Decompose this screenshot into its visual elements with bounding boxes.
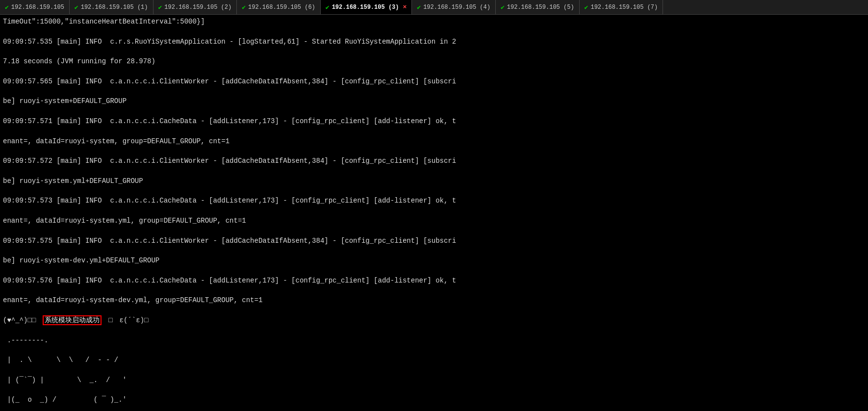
tab-tab3[interactable]: ✔192.168.159.105 (3)× — [321, 0, 412, 15]
check-icon: ✔ — [5, 3, 9, 11]
ascii-art-line: |(_ ο _) / ( ¯ )_.' — [3, 395, 865, 405]
log-line: 09:09:57.575 [main] INFO c.a.n.c.c.i.Cli… — [3, 236, 865, 246]
log-line: be] ruoyi-system.yml+DEFAULT_GROUP — [3, 176, 865, 186]
check-icon: ✔ — [501, 3, 505, 11]
check-icon: ✔ — [158, 3, 162, 11]
log-line: enant=, dataId=ruoyi-system, group=DEFAU… — [3, 136, 865, 146]
tab-label: 192.168.159.105 (7) — [590, 4, 658, 11]
tab-label: 192.168.159.105 (3) — [332, 4, 399, 11]
log-line: 09:09:57.576 [main] INFO c.a.n.c.c.i.Cac… — [3, 276, 865, 285]
tab-tab6[interactable]: ✔192.168.159.105 (6) — [237, 0, 321, 15]
tab-tab4[interactable]: ✔192.168.159.105 (4) — [412, 0, 496, 15]
special-line: (♥^_^)□□ 系统模块启动成功 □ ε(´`ε)□ — [3, 315, 865, 325]
log-line: be] ruoyi-system+DEFAULT_GROUP — [3, 96, 865, 106]
check-icon: ✔ — [242, 3, 246, 11]
log-line: 09:09:57.572 [main] INFO c.a.n.c.c.i.Cli… — [3, 156, 865, 166]
tab-tab2[interactable]: ✔192.168.159.105 (2) — [153, 0, 237, 15]
highlight-text: 系统模块启动成功 — [43, 315, 102, 325]
log-line: TimeOut":15000,"instanceHeartBeatInterva… — [3, 17, 865, 26]
ascii-art-line: | (¯`¯) | \ _. / ' — [3, 375, 865, 385]
log-line: enant=, dataId=ruoyi-system-dev.yml, gro… — [3, 295, 865, 305]
log-line: be] ruoyi-system-dev.yml+DEFAULT_GROUP — [3, 256, 865, 265]
check-icon: ✔ — [326, 3, 330, 11]
tab-label: 192.168.159.105 (4) — [423, 4, 490, 11]
terminal-content: TimeOut":15000,"instanceHeartBeatInterva… — [0, 15, 868, 411]
log-line: 09:09:57.573 [main] INFO c.a.n.c.c.i.Cac… — [3, 196, 865, 206]
log-line: 09:09:57.535 [main] INFO c.r.s.RuoYiSyst… — [3, 37, 865, 47]
tab-tab7[interactable]: ✔192.168.159.105 (7) — [580, 0, 664, 15]
check-icon: ✔ — [75, 3, 78, 11]
log-line: 7.18 seconds (JVM running for 28.978) — [3, 56, 865, 66]
tab-tab1[interactable]: ✔192.168.159.105 (1) — [70, 0, 153, 15]
ascii-art-line: | . \ \ \ / - - / — [3, 355, 865, 365]
tab-tab0[interactable]: ✔192.168.159.105 — [0, 0, 70, 15]
log-line: 09:09:57.565 [main] INFO c.a.n.c.c.i.Cli… — [3, 77, 865, 86]
tab-close-icon[interactable]: × — [403, 3, 407, 11]
tab-label: 192.168.159.105 (5) — [507, 4, 574, 11]
tab-label: 192.168.159.105 (1) — [81, 4, 148, 11]
tab-tab5[interactable]: ✔192.168.159.105 (5) — [496, 0, 580, 15]
log-line: 09:09:57.571 [main] INFO c.a.n.c.c.i.Cac… — [3, 116, 865, 126]
tab-label: 192.168.159.105 — [11, 4, 64, 11]
tab-label: 192.168.159.105 (6) — [248, 4, 315, 11]
ascii-art-line: .--------. — [3, 335, 865, 345]
check-icon: ✔ — [585, 3, 588, 11]
log-line: enant=, dataId=ruoyi-system.yml, group=D… — [3, 216, 865, 226]
tab-label: 192.168.159.105 (2) — [164, 4, 231, 11]
check-icon: ✔ — [417, 3, 421, 11]
tab-bar[interactable]: ✔192.168.159.105✔192.168.159.105 (1)✔192… — [0, 0, 868, 15]
